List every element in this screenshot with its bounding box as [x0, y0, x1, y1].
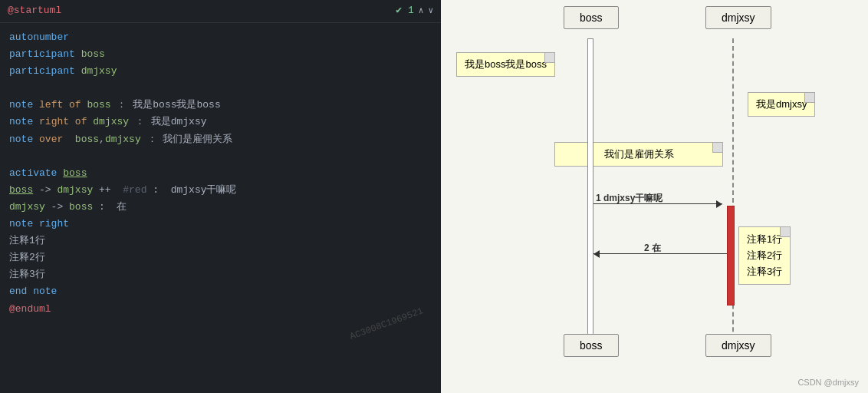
dmjxsy-activation-red: [727, 206, 735, 305]
arrow-up-btn[interactable]: ∧: [419, 5, 424, 18]
code-line-16: end note: [9, 283, 432, 300]
code-area: autonumber participant boss participant …: [0, 23, 441, 324]
note-left-boss: 我是boss我是boss: [456, 52, 555, 77]
arrow-1-label: 1 dmjxsy干嘛呢: [596, 192, 663, 205]
code-line-blank1: [9, 80, 432, 97]
boss-top-box: boss: [564, 6, 619, 29]
code-line-6: note right of dmjxsy ： 我是dmjxsy: [9, 114, 432, 130]
boss-activation-white: [587, 38, 593, 345]
code-editor[interactable]: @startuml ✔ 1 ∧ ∨ autonumber participant…: [0, 0, 441, 393]
code-line-9: activate boss: [9, 165, 432, 182]
editor-header: @startuml ✔ 1 ∧ ∨: [0, 0, 441, 23]
note-right-multi: 注释1行 注释2行 注释3行: [738, 226, 791, 285]
arrow-2-label: 2 在: [644, 242, 661, 255]
code-line-3: participant dmjxsy: [9, 63, 432, 80]
code-line-11: dmjxsy -> boss : 在: [9, 199, 432, 216]
dmjxsy-top-box: dmjxsy: [705, 6, 771, 29]
diagram-panel: boss dmjxsy 我是boss我是boss 我是dmjxsy 我们是雇佣关…: [441, 0, 868, 393]
code-line-5: note left of boss ： 我是boss我是boss: [9, 97, 432, 114]
dmjxsy-lifeline: [732, 38, 734, 355]
code-line-13: 注释1行: [9, 233, 432, 249]
code-line-10: boss -> dmjxsy ++ #red : dmjxsy干嘛呢: [9, 182, 432, 199]
code-line-blank2: [9, 148, 432, 165]
boss-bottom-box: boss: [564, 334, 619, 357]
code-line-2: participant boss: [9, 46, 432, 63]
editor-controls: ✔ 1 ∧ ∨: [396, 3, 433, 19]
dmjxsy-bottom-box: dmjxsy: [705, 334, 771, 357]
note-right-dmjxsy: 我是dmjxsy: [748, 92, 815, 117]
arrow-down-btn[interactable]: ∨: [428, 5, 433, 18]
code-line-17: @enduml: [9, 301, 432, 318]
code-line-15: 注释3行: [9, 266, 432, 283]
check-icon: ✔ 1: [396, 3, 413, 19]
editor-title: @startuml: [8, 3, 61, 19]
code-line-7: note over boss,dmjxsy ： 我们是雇佣关系: [9, 131, 432, 148]
code-line-14: 注释2行: [9, 249, 432, 266]
sequence-diagram: boss dmjxsy 我是boss我是boss 我是dmjxsy 我们是雇佣关…: [441, 0, 868, 393]
csdn-watermark: CSDN @dmjxsy: [797, 378, 859, 387]
code-line-1: autonumber: [9, 29, 432, 46]
code-line-12: note right: [9, 216, 432, 233]
note-over: 我们是雇佣关系: [554, 142, 723, 167]
